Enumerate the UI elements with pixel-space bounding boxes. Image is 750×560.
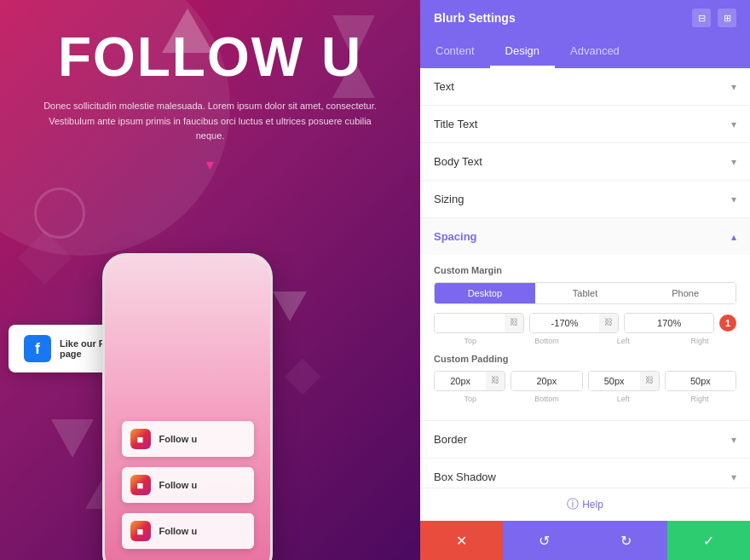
facebook-icon: f: [24, 335, 51, 362]
phone-mockup: ■ Follow u ■ Follow u ■ Follow u: [102, 253, 273, 560]
action-bar: ✕ ↺ ↻ ✓: [420, 521, 750, 560]
margin-top-label: Top: [436, 337, 505, 345]
phone-screen: ■ Follow u ■ Follow u ■ Follow u: [105, 256, 270, 560]
save-button[interactable]: ✓: [667, 521, 750, 560]
instagram-btn-2-label: Follow u: [159, 480, 198, 490]
margin-bottom-label: Bottom: [512, 337, 582, 345]
settings-tabs: Content Design Advanced: [420, 36, 750, 68]
minimize-button[interactable]: ⊟: [692, 9, 711, 27]
custom-margin-label: Custom Margin: [434, 265, 736, 275]
sizing-chevron-icon: ▾: [731, 193, 736, 205]
help-text: Help: [582, 499, 603, 511]
padding-right-input-wrap: [665, 371, 736, 391]
cancel-button[interactable]: ✕: [420, 521, 503, 560]
padding-bottom-input[interactable]: [511, 372, 581, 390]
text-chevron-icon: ▾: [731, 81, 736, 93]
section-title-text[interactable]: Title Text ▾: [420, 106, 750, 143]
section-border-label: Border: [434, 433, 467, 446]
margin-top-input[interactable]: [435, 314, 505, 332]
settings-header: Blurb Settings ⊟ ⊞: [420, 0, 750, 36]
padding-top-input[interactable]: [435, 372, 486, 390]
margin-field-labels: Top Bottom Left Right: [434, 337, 736, 345]
tab-design[interactable]: Design: [490, 36, 555, 68]
tab-content[interactable]: Content: [420, 36, 490, 68]
body-text-chevron-icon: ▾: [731, 156, 736, 168]
spacing-section: Spacing ▴ Custom Margin Desktop Tablet P…: [420, 218, 750, 421]
margin-left-input[interactable]: [530, 314, 600, 332]
section-body-text-label: Body Text: [434, 155, 482, 168]
instagram-btn-1-label: Follow u: [159, 434, 198, 444]
instagram-icon-2: ■: [130, 475, 151, 495]
padding-top-input-wrap: ⛓: [434, 371, 505, 391]
tab-advanced[interactable]: Advanced: [555, 36, 635, 68]
spacing-chevron-icon: ▴: [731, 231, 736, 243]
device-tab-desktop[interactable]: Desktop: [435, 283, 535, 303]
box-shadow-chevron-icon: ▾: [731, 471, 736, 483]
margin-right-input[interactable]: [625, 314, 713, 332]
spacing-content: Custom Margin Desktop Tablet Phone ⛓ ⛓: [420, 255, 750, 420]
arrow-down-icon: [0, 158, 420, 173]
padding-bottom-label: Bottom: [512, 395, 582, 403]
preview-subtitle: Donec sollicitudin molestie malesuada. L…: [0, 89, 420, 154]
border-chevron-icon: ▾: [731, 434, 736, 446]
padding-right-input[interactable]: [666, 372, 736, 390]
section-text[interactable]: Text ▾: [420, 68, 750, 106]
custom-padding-label: Custom Padding: [434, 354, 736, 364]
preview-panel: FOLLOW U Donec sollicitudin molestie mal…: [0, 0, 420, 560]
instagram-btn-1[interactable]: ■ Follow u: [122, 421, 254, 457]
settings-body: Text ▾ Title Text ▾ Body Text ▾ Sizing ▾…: [420, 68, 750, 488]
margin-badge: 1: [719, 315, 736, 332]
padding-left-label: Left: [589, 395, 659, 403]
settings-footer: ⓘ Help: [420, 488, 750, 521]
header-icons: ⊟ ⊞: [692, 9, 736, 27]
instagram-btn-2[interactable]: ■ Follow u: [122, 467, 254, 503]
device-tab-tablet[interactable]: Tablet: [535, 283, 636, 303]
margin-top-link-icon[interactable]: ⛓: [505, 314, 523, 332]
margin-left-label: Left: [589, 337, 659, 345]
instagram-btn-3[interactable]: ■ Follow u: [122, 513, 254, 549]
margin-right-input-wrap: [624, 313, 714, 333]
section-box-shadow[interactable]: Box Shadow ▾: [420, 459, 750, 488]
settings-panel-title: Blurb Settings: [434, 11, 516, 25]
refresh-button[interactable]: ↻: [586, 521, 668, 560]
instagram-btn-3-label: Follow u: [159, 526, 198, 536]
help-icon: ⓘ: [567, 497, 579, 512]
spacing-header[interactable]: Spacing ▴: [420, 218, 750, 255]
padding-right-label: Right: [665, 395, 735, 403]
margin-right-label: Right: [665, 337, 735, 345]
spacing-label: Spacing: [434, 230, 477, 243]
settings-panel: Blurb Settings ⊟ ⊞ Content Design Advanc…: [420, 0, 750, 560]
section-border[interactable]: Border ▾: [420, 421, 750, 459]
section-sizing-label: Sizing: [434, 193, 464, 205]
section-text-label: Text: [434, 80, 454, 93]
padding-left-link-icon[interactable]: ⛓: [640, 372, 659, 390]
padding-field-labels: Top Bottom Left Right: [434, 395, 736, 403]
section-title-text-label: Title Text: [434, 118, 477, 130]
margin-left-link-icon[interactable]: ⛓: [599, 314, 618, 332]
instagram-icon-3: ■: [130, 521, 151, 541]
margin-top-input-wrap: ⛓: [434, 313, 524, 333]
padding-left-input[interactable]: [589, 372, 640, 390]
section-body-text[interactable]: Body Text ▾: [420, 143, 750, 181]
margin-left-input-wrap: ⛓: [529, 313, 620, 333]
section-box-shadow-label: Box Shadow: [434, 471, 496, 483]
padding-bottom-input-wrap: [511, 371, 582, 391]
reset-button[interactable]: ↺: [503, 521, 586, 560]
padding-left-input-wrap: ⛓: [588, 371, 660, 391]
padding-top-label: Top: [436, 395, 505, 403]
device-tabs: Desktop Tablet Phone: [434, 282, 736, 304]
title-text-chevron-icon: ▾: [731, 118, 736, 130]
device-tab-phone[interactable]: Phone: [635, 283, 736, 303]
instagram-icon-1: ■: [130, 429, 151, 449]
padding-top-link-icon[interactable]: ⛓: [486, 372, 505, 390]
section-sizing[interactable]: Sizing ▾: [420, 181, 750, 218]
expand-button[interactable]: ⊞: [718, 9, 736, 27]
